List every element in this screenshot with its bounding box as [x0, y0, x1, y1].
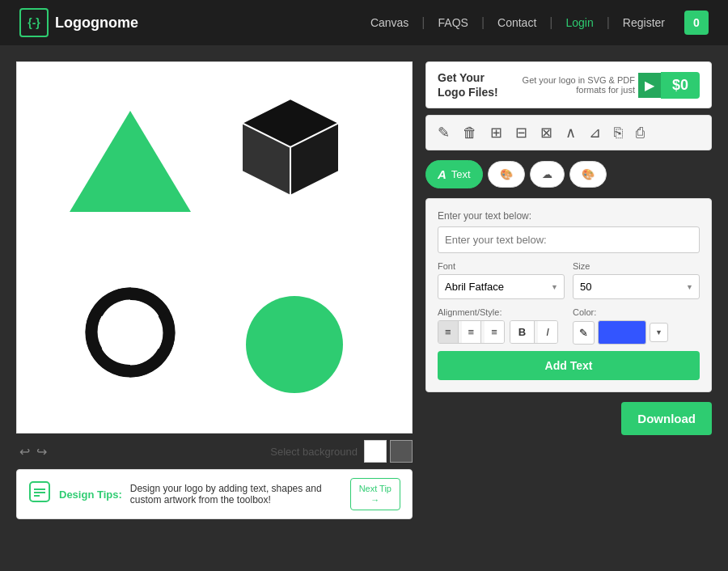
promo-bar: Get Your Logo Files! Get your logo in SV…	[425, 61, 712, 108]
canvas-shapes	[17, 62, 412, 433]
tab-text-icon: A	[438, 167, 447, 181]
eyedropper-button[interactable]: ✎	[573, 321, 595, 345]
tab-upload-icon: ☁	[542, 168, 552, 180]
tool-paste-icon[interactable]: ⎙	[633, 123, 648, 143]
text-input[interactable]	[438, 226, 700, 253]
font-size-row: Font Abril Fatface Arial Helvetica Georg…	[438, 261, 700, 299]
icon-toolbar: ✎ 🗑 ⊞ ⊟ ⊠ ∧ ⊿ ⎘ ⎙	[425, 115, 712, 150]
align-right-button[interactable]: ≡	[485, 321, 504, 343]
shape-cube[interactable]	[234, 95, 347, 211]
text-panel: Enter your text below: Font Abril Fatfac…	[425, 198, 712, 392]
color-swatch[interactable]	[598, 320, 646, 345]
font-col: Font Abril Fatface Arial Helvetica Georg…	[438, 261, 565, 299]
tab-shapes[interactable]: 🎨	[488, 161, 525, 188]
italic-button[interactable]: I	[538, 321, 557, 343]
tab-colors[interactable]: 🎨	[569, 161, 607, 188]
promo-arrow-icon: ▶	[638, 73, 661, 98]
alignment-row: Alignment/Style: ≡ ≡ ≡ B I C	[438, 307, 700, 345]
undo-button[interactable]: ↩	[16, 441, 33, 463]
tab-text-label: Text	[451, 168, 471, 180]
tool-crop-icon[interactable]: ⊞	[487, 122, 506, 143]
promo-right: Get your logo in SVG & PDF formats for j…	[506, 72, 700, 99]
nav-login[interactable]: Login	[552, 16, 606, 29]
alignment-label: Alignment/Style:	[438, 307, 565, 317]
design-tips-text: Design your logo by adding text, shapes …	[130, 483, 342, 505]
bg-white-swatch[interactable]	[364, 440, 387, 463]
align-left-button[interactable]: ≡	[438, 321, 459, 343]
main-nav: Canvas | FAQS | Contact | Login | Regist…	[358, 11, 709, 35]
style-group: B I	[510, 320, 558, 344]
cart-badge[interactable]: 0	[684, 11, 709, 35]
shape-swirl[interactable]	[66, 268, 195, 400]
shape-triangle[interactable]	[66, 103, 195, 219]
color-picker-row: ✎ ▼	[573, 320, 700, 345]
next-tip-button[interactable]: Next Tip →	[350, 478, 400, 510]
design-tips-icon	[28, 480, 51, 508]
shape-circle[interactable]	[242, 292, 347, 400]
svg-point-10	[246, 296, 343, 393]
bold-button[interactable]: B	[510, 321, 535, 343]
tab-bar: A Text 🎨 ☁ 🎨	[425, 157, 712, 192]
color-dropdown-button[interactable]: ▼	[650, 323, 668, 342]
tab-text[interactable]: A Text	[425, 160, 483, 188]
tool-duplicate-icon[interactable]: ⊟	[512, 122, 531, 143]
tab-shapes-icon: 🎨	[500, 168, 513, 180]
main-content: ↩ ↪ Select background Design Tips: Desig…	[0, 45, 728, 519]
right-panel: Get Your Logo Files! Get your logo in SV…	[425, 61, 712, 519]
design-tips-bar: Design Tips: Design your logo by adding …	[16, 469, 413, 519]
size-label: Size	[573, 261, 700, 271]
logo-area: {-} Logognome	[19, 8, 138, 37]
align-style-col: Alignment/Style: ≡ ≡ ≡ B I	[438, 307, 565, 344]
size-col: Size 50 81012 141618 202428 323640 48607…	[573, 261, 700, 299]
tool-trash-icon[interactable]: 🗑	[459, 123, 480, 143]
nav-canvas[interactable]: Canvas	[358, 16, 421, 29]
tool-arrange-icon[interactable]: ⊠	[537, 122, 556, 143]
promo-title: Get Your Logo Files!	[438, 70, 498, 99]
canvas-area	[16, 61, 413, 434]
align-group: ≡ ≡ ≡	[438, 320, 505, 344]
color-label: Color:	[573, 307, 700, 317]
tool-pencil-icon[interactable]: ✎	[434, 122, 453, 143]
font-select-wrapper: Abril Fatface Arial Helvetica Georgia Ve…	[438, 274, 565, 299]
add-text-button[interactable]: Add Text	[438, 351, 700, 380]
tool-flip-icon[interactable]: ∧	[562, 122, 579, 143]
nav-register[interactable]: Register	[610, 16, 678, 29]
logo-icon: {-}	[19, 8, 49, 37]
logo-text: Logognome	[55, 15, 138, 32]
bg-select-label: Select background	[270, 446, 358, 458]
left-panel: ↩ ↪ Select background Design Tips: Desig…	[16, 61, 413, 519]
nav-contact[interactable]: Contact	[485, 16, 549, 29]
font-select[interactable]: Abril Fatface Arial Helvetica Georgia Ve…	[438, 274, 565, 299]
svg-marker-0	[70, 111, 191, 212]
tab-colors-icon: 🎨	[582, 168, 595, 180]
size-select-wrapper: 50 81012 141618 202428 323640 486072	[573, 274, 700, 299]
redo-button[interactable]: ↪	[33, 441, 50, 463]
font-label: Font	[438, 261, 565, 271]
promo-description: Get your logo in SVG & PDF formats for j…	[506, 75, 635, 95]
tab-upload[interactable]: ☁	[530, 161, 565, 188]
design-tips-label: Design Tips:	[59, 489, 122, 501]
align-center-button[interactable]: ≡	[462, 321, 482, 343]
svg-point-9	[116, 318, 145, 347]
bg-dark-swatch[interactable]	[390, 440, 413, 463]
canvas-toolbar: ↩ ↪ Select background	[16, 440, 413, 463]
promo-price[interactable]: $0	[661, 72, 700, 99]
tool-copy-icon[interactable]: ⎘	[611, 123, 626, 143]
download-button[interactable]: Download	[621, 402, 712, 435]
enter-text-label: Enter your text below:	[438, 210, 700, 222]
tool-mirror-icon[interactable]: ⊿	[586, 122, 604, 143]
nav-faqs[interactable]: FAQS	[425, 16, 481, 29]
next-tip-arrow-icon: →	[370, 495, 379, 505]
color-col: Color: ✎ ▼	[573, 307, 700, 345]
size-select[interactable]: 50 81012 141618 202428 323640 486072	[573, 274, 700, 299]
